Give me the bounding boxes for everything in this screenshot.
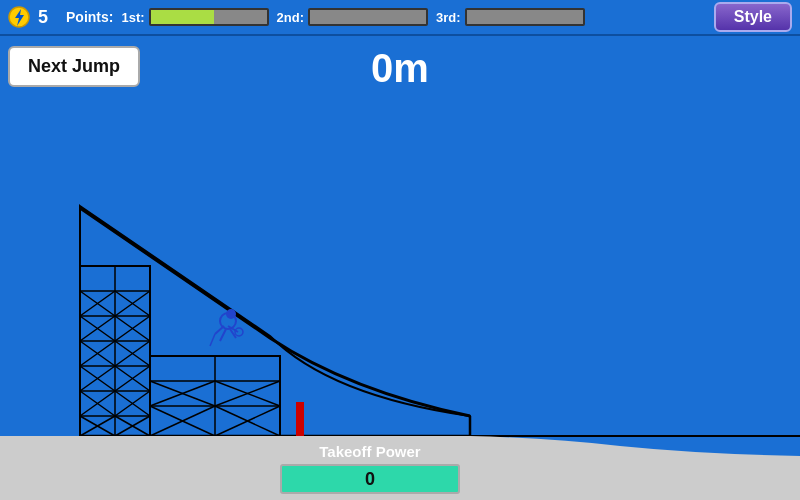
top-bar: 5 Points: 1st: 2nd: 3rd: Style	[0, 0, 800, 36]
lives-count: 5	[38, 7, 48, 28]
points-2nd-bar	[308, 8, 428, 26]
takeoff-label: Takeoff Power	[319, 443, 420, 460]
rank-2nd-label: 2nd:	[277, 10, 304, 25]
takeoff-bar[interactable]: 0	[280, 464, 460, 494]
takeoff-section: Takeoff Power 0	[280, 443, 460, 500]
points-1st-bar	[149, 8, 269, 26]
points-label: Points:	[66, 9, 113, 25]
game-area: Next Jump 0m Takeoff Power 0	[0, 36, 800, 500]
takeoff-value: 0	[365, 469, 375, 490]
distance-display: 0m	[371, 46, 429, 91]
rank-3rd-label: 3rd:	[436, 10, 461, 25]
rank-1st-label: 1st:	[121, 10, 144, 25]
points-1st-container: 1st:	[121, 8, 268, 26]
next-jump-button[interactable]: Next Jump	[8, 46, 140, 87]
points-1st-fill	[151, 10, 215, 24]
points-3rd-container: 3rd:	[436, 8, 585, 26]
style-button[interactable]: Style	[714, 2, 792, 32]
lightning-icon	[8, 6, 30, 28]
svg-point-53	[226, 309, 236, 319]
points-3rd-bar	[465, 8, 585, 26]
points-2nd-container: 2nd:	[277, 8, 428, 26]
game-scene	[0, 36, 800, 500]
svg-rect-51	[296, 402, 304, 436]
